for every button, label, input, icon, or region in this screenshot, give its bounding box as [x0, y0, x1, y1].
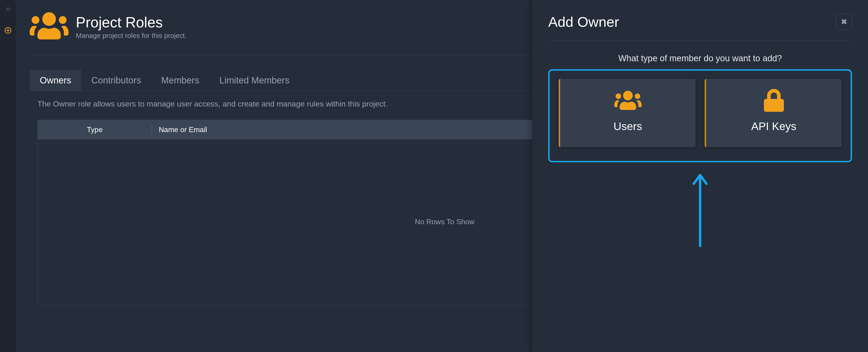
empty-state-text: No Rows To Show — [415, 217, 475, 226]
users-icon — [565, 89, 691, 114]
option-users-label: Users — [565, 120, 691, 133]
option-api-keys[interactable]: API Keys — [705, 79, 841, 147]
add-owner-panel: Add Owner ✖ What type of member do you w… — [532, 0, 868, 352]
callout-arrow-icon — [691, 171, 709, 248]
tab-members[interactable]: Members — [151, 70, 210, 90]
panel-prompt: What type of member do you want to add? — [548, 41, 852, 69]
lock-icon — [711, 89, 837, 114]
tab-limited-members[interactable]: Limited Members — [209, 70, 300, 90]
column-type[interactable]: Type — [38, 120, 152, 140]
panel-header: Add Owner ✖ — [548, 14, 852, 41]
left-sidebar — [0, 0, 16, 352]
close-button[interactable]: ✖ — [836, 14, 852, 30]
header-text: Project Roles Manage project roles for t… — [76, 14, 187, 39]
users-icon — [30, 9, 68, 45]
panel-title: Add Owner — [548, 14, 619, 30]
add-circle-icon[interactable] — [4, 27, 12, 34]
option-users[interactable]: Users — [559, 79, 695, 147]
page-subtitle: Manage project roles for this project. — [76, 32, 187, 39]
sidebar-expand-icon[interactable] — [4, 5, 12, 13]
member-type-options: Users API Keys — [548, 69, 852, 162]
page-title: Project Roles — [76, 14, 187, 31]
tab-owners[interactable]: Owners — [30, 70, 81, 90]
option-api-keys-label: API Keys — [711, 120, 837, 133]
tab-contributors[interactable]: Contributors — [81, 70, 151, 90]
close-icon: ✖ — [841, 17, 847, 26]
